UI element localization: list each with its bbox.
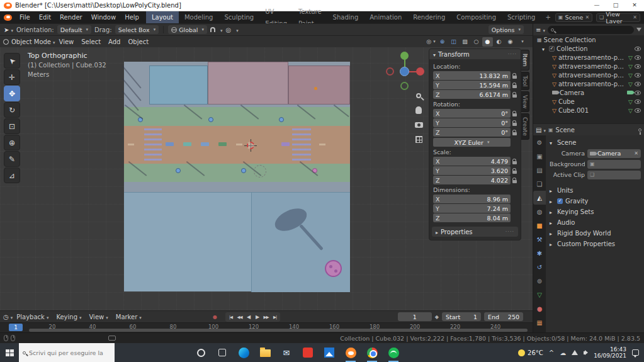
- tab-active-tool[interactable]: ⚙: [533, 135, 546, 149]
- tab-rendering[interactable]: Rendering: [407, 11, 451, 23]
- outliner-row-object[interactable]: attraversamento-pedona: [533, 62, 644, 71]
- tab-scripting[interactable]: Scripting: [502, 11, 541, 23]
- proportional-falloff-dropdown[interactable]: [234, 26, 239, 33]
- scale-z-field[interactable]: Z4.022: [433, 176, 511, 184]
- expand-icon[interactable]: [542, 45, 547, 52]
- menu-edit[interactable]: Edit: [35, 11, 55, 23]
- scene-selector[interactable]: ▣ Scene ✕: [555, 13, 592, 22]
- playback-menu[interactable]: Playback: [13, 314, 52, 320]
- keying-indicator-icon[interactable]: ◆: [435, 314, 439, 320]
- x-neg-ball[interactable]: [386, 67, 394, 76]
- tab-shading[interactable]: Shading: [327, 11, 364, 23]
- close-button[interactable]: ✕: [625, 0, 644, 11]
- tab-render[interactable]: ▣: [533, 149, 546, 163]
- lock-icon[interactable]: [512, 113, 517, 116]
- jump-to-end-button[interactable]: ▶|: [271, 315, 279, 320]
- outliner-search[interactable]: [548, 26, 634, 34]
- tab-item[interactable]: Item: [521, 50, 529, 71]
- location-y-field[interactable]: Y15.594 m: [433, 81, 511, 89]
- blender-taskbar-button[interactable]: [340, 343, 361, 362]
- tab-particles[interactable]: ✱: [533, 246, 546, 260]
- lock-icon[interactable]: [512, 132, 517, 135]
- location-x-field[interactable]: X13.832 m: [433, 71, 511, 80]
- object-visibility-dropdown[interactable]: ◎: [426, 37, 436, 47]
- spotify-button[interactable]: [383, 343, 404, 362]
- tab-world[interactable]: ◍: [533, 205, 546, 218]
- timeline-scrollbar[interactable]: [29, 329, 528, 332]
- playhead[interactable]: 1: [9, 324, 23, 331]
- green-strip-top[interactable]: [124, 107, 350, 126]
- viewport-menu-object[interactable]: Object: [124, 38, 152, 45]
- tab-object[interactable]: ■: [533, 218, 546, 232]
- show-gizmo-toggle[interactable]: ⊕: [437, 37, 448, 47]
- roof-light[interactable]: [314, 87, 317, 90]
- next-keyframe-button[interactable]: ▶▶: [262, 315, 270, 320]
- eye-icon[interactable]: [635, 64, 641, 69]
- gravity-checkbox[interactable]: ✓: [557, 198, 563, 204]
- 3d-viewport[interactable]: Top Orthographic (1) Collection | Cube.0…: [0, 47, 533, 310]
- editor-type-dropdown[interactable]: ▤: [536, 127, 546, 133]
- section-units[interactable]: Units: [550, 185, 641, 196]
- lock-icon[interactable]: [512, 76, 517, 79]
- camera-field[interactable]: Camera ✕: [587, 149, 641, 158]
- outliner-row-scene-collection[interactable]: ▦ Scene Collection: [533, 35, 644, 44]
- tab-animation[interactable]: Animation: [364, 11, 407, 23]
- volume-icon[interactable]: [584, 351, 585, 354]
- green-strip-bottom[interactable]: [124, 164, 350, 182]
- eye-icon[interactable]: [635, 99, 641, 104]
- taskbar-search[interactable]: [19, 343, 115, 362]
- dimensions-z-field[interactable]: Z8.04 m: [433, 213, 511, 222]
- wifi-icon[interactable]: [572, 350, 578, 355]
- lock-icon[interactable]: [512, 161, 517, 164]
- rotation-mode-dropdown[interactable]: XYZ Euler: [433, 138, 511, 147]
- show-overlays-toggle[interactable]: ◫: [448, 37, 459, 47]
- active-tool-icon[interactable]: ➤: [4, 26, 13, 33]
- streetlight[interactable]: [279, 117, 284, 122]
- measure-tool[interactable]: ⊿: [4, 167, 20, 183]
- scale-tool[interactable]: ⊡: [4, 118, 20, 134]
- blender-menu-icon[interactable]: [4, 14, 12, 21]
- 3d-cursor[interactable]: [244, 139, 257, 152]
- orientation-dropdown[interactable]: Default: [57, 25, 91, 34]
- menu-window[interactable]: Window: [87, 11, 120, 23]
- crosswalk-left[interactable]: [144, 128, 162, 161]
- eye-icon[interactable]: [635, 82, 641, 86]
- frame-end-field[interactable]: End250: [484, 312, 523, 321]
- xray-toggle[interactable]: ▨: [460, 37, 470, 47]
- building-blue[interactable]: [149, 65, 208, 105]
- edge-button[interactable]: [233, 343, 254, 362]
- dimensions-x-field[interactable]: X8.96 m: [433, 195, 511, 203]
- tab-sculpting[interactable]: Sculpting: [218, 11, 259, 23]
- tab-object-data[interactable]: ▽: [533, 288, 546, 302]
- menu-help[interactable]: Help: [120, 11, 144, 23]
- empty-object[interactable]: [254, 165, 266, 178]
- building-mauve-2[interactable]: [288, 65, 350, 105]
- onedrive-cloud-icon[interactable]: ☁: [560, 349, 566, 356]
- crosswalk-right[interactable]: [292, 128, 311, 161]
- streetlight[interactable]: [241, 168, 246, 173]
- store-button[interactable]: [297, 343, 319, 362]
- menu-file[interactable]: File: [15, 11, 35, 23]
- section-keying-sets[interactable]: Keying Sets: [550, 206, 641, 217]
- y-axis-ball[interactable]: [400, 52, 409, 60]
- tab-texture[interactable]: ▦: [533, 315, 546, 329]
- sidewalk-bottom[interactable]: [124, 182, 350, 192]
- scale-x-field[interactable]: X4.479: [433, 157, 511, 166]
- location-z-field[interactable]: Z6.6174 m: [433, 90, 511, 99]
- ortho-toggle-control[interactable]: [413, 133, 424, 145]
- mode-dropdown[interactable]: Object Mode: [11, 38, 55, 45]
- view-layer-remove-icon[interactable]: ✕: [633, 14, 637, 20]
- building-mauve-1[interactable]: [208, 62, 288, 105]
- chrome-button[interactable]: [361, 343, 383, 362]
- tab-view[interactable]: View: [521, 91, 529, 112]
- photos-button[interactable]: [319, 343, 340, 362]
- maximize-button[interactable]: □: [606, 0, 625, 11]
- lock-icon[interactable]: [512, 171, 517, 174]
- outliner-row-object[interactable]: attraversamento-pedona: [533, 79, 644, 88]
- move-tool[interactable]: ✥: [4, 86, 20, 101]
- scene-unlink-icon[interactable]: ✕: [585, 14, 589, 20]
- select-box-tool[interactable]: ➤: [4, 53, 20, 69]
- current-frame-field[interactable]: 1: [398, 312, 432, 321]
- outliner-row-object[interactable]: attraversamento-pedona: [533, 53, 644, 62]
- minimize-button[interactable]: —: [587, 0, 606, 11]
